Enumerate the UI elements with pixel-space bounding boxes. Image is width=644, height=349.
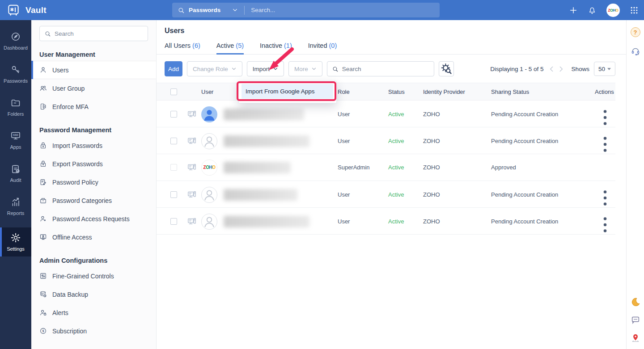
search-icon	[44, 30, 51, 37]
table-search[interactable]	[327, 61, 434, 76]
row-actions-menu-icon[interactable]	[595, 214, 615, 235]
row-actions-menu-icon[interactable]	[595, 188, 615, 208]
row-sharing-status: Pending Account Creation	[491, 191, 595, 198]
feedback-chat-icon[interactable]	[631, 315, 640, 325]
change-role-button[interactable]: Change Role	[187, 61, 242, 76]
global-search-bar[interactable]: Passwords	[172, 3, 440, 17]
table-row[interactable]: UserActiveZOHOPending Account Creation	[157, 127, 615, 154]
next-page-icon[interactable]	[557, 65, 565, 73]
tab-invited[interactable]: Invited (0)	[308, 42, 337, 54]
sidebar-item-user-group[interactable]: User Group	[31, 79, 156, 97]
row-checkbox-cell	[165, 218, 182, 225]
row-checkbox	[170, 164, 177, 171]
sidebar-item-password-access-requests[interactable]: Password Access Requests	[31, 210, 156, 228]
zoho-letter: O	[212, 165, 215, 170]
sidebar-item-import-passwords[interactable]: Import Passwords	[31, 136, 156, 155]
tab-inactive[interactable]: Inactive (1)	[260, 42, 292, 54]
main-content: Users All Users (6)Active (5)Inactive (1…	[157, 20, 626, 349]
sidebar-item-fine-grained-controls[interactable]: Fine-Grained Controls	[31, 267, 156, 285]
bell-icon[interactable]	[588, 6, 597, 15]
dropdown-item-import-from-google-apps[interactable]: Import From Google Apps	[242, 84, 333, 99]
table-row[interactable]: UserActiveZOHOPending Account Creation	[157, 101, 615, 127]
user-tabs: All Users (6)Active (5)Inactive (1)Invit…	[157, 42, 626, 55]
select-all-checkbox[interactable]	[170, 88, 177, 95]
row-actions-cell	[595, 208, 615, 235]
page-title: Users	[157, 20, 626, 35]
row-checkbox[interactable]	[170, 111, 177, 118]
enforce-mfa-icon	[39, 103, 47, 110]
tab-count: (1)	[284, 42, 292, 49]
rail-item-reports[interactable]: Reports	[0, 192, 31, 221]
help-icon[interactable]: ?	[631, 27, 640, 37]
sidebar-item-data-backup[interactable]: Data Backup	[31, 285, 156, 303]
header-cell-actions: Actions	[595, 88, 615, 95]
chevron-down-icon	[273, 66, 278, 71]
sidebar-item-offline-access[interactable]: Offline Access	[31, 228, 156, 246]
row-sharing-status: Pending Account Creation	[491, 111, 595, 118]
sidebar-item-label: Alerts	[52, 309, 68, 316]
plus-icon[interactable]	[569, 6, 578, 15]
row-sharing-status: Approved	[491, 164, 595, 171]
search-scope-selector[interactable]: Passwords	[189, 7, 238, 13]
sidebar-item-label: Password Access Requests	[52, 215, 130, 223]
sidebar-item-label: Import Passwords	[52, 142, 102, 149]
row-device-cell	[182, 190, 201, 200]
row-actions-menu-icon[interactable]	[595, 134, 615, 155]
column-settings-button[interactable]	[439, 61, 454, 76]
rail-item-label: Apps	[10, 144, 21, 150]
table-row[interactable]: UserActiveZOHOPending Account Creation	[157, 181, 615, 208]
sidebar-search-input[interactable]	[55, 30, 143, 37]
row-actions-menu-icon[interactable]	[595, 107, 615, 128]
sidebar-search[interactable]	[39, 26, 148, 41]
sidebar-item-label: Subscription	[52, 328, 87, 335]
account-avatar[interactable]: ZOHO	[606, 4, 620, 17]
add-button[interactable]: Add	[165, 61, 182, 76]
sidebar-section-admin-configurations: Admin ConfigurationsFine-Grained Control…	[31, 252, 156, 340]
table-row[interactable]: ZOHOSuperAdminActiveZOHOApproved	[157, 154, 615, 181]
rail-item-passwords[interactable]: Passwords	[0, 59, 31, 88]
import-button[interactable]: Import	[247, 61, 284, 76]
tab-all-users[interactable]: All Users (6)	[165, 42, 200, 54]
rail-item-label: Settings	[7, 246, 25, 252]
row-identity-provider: ZOHO	[423, 111, 491, 118]
row-user-cell	[201, 133, 338, 149]
gear-search-icon	[439, 62, 453, 76]
more-button[interactable]: More	[288, 61, 322, 76]
rail-item-audit[interactable]: Audit	[0, 159, 31, 188]
row-checkbox[interactable]	[170, 138, 177, 144]
dashboard-icon	[10, 31, 21, 42]
page-size-value: 50	[598, 66, 605, 72]
sidebar-item-subscription[interactable]: $Subscription	[31, 322, 156, 340]
sidebar-item-alerts[interactable]: Alerts	[31, 303, 156, 322]
row-status: Active	[388, 164, 423, 171]
support-headset-icon[interactable]	[631, 46, 640, 56]
sidebar-item-label: Enforce MFA	[52, 103, 89, 110]
rail-item-folders[interactable]: Folders	[0, 93, 31, 122]
night-mode-icon[interactable]	[631, 297, 640, 307]
sidebar-item-password-categories[interactable]: Password Categories	[31, 191, 156, 210]
rail-item-apps[interactable]: SSOApps	[0, 126, 31, 155]
apps-grid-icon[interactable]	[630, 6, 639, 15]
row-checkbox[interactable]	[170, 191, 177, 198]
tab-active[interactable]: Active (5)	[216, 42, 244, 54]
desktop-icon	[187, 136, 197, 146]
svg-text:$: $	[42, 329, 44, 333]
rail-item-dashboard[interactable]: Dashboard	[0, 26, 31, 55]
sidebar-item-users[interactable]: Users	[31, 61, 156, 79]
pagination: Displaying 1 - 5 of 5 Shows 50	[490, 62, 615, 76]
user-avatar	[201, 187, 217, 203]
location-pin-icon[interactable]	[631, 333, 640, 343]
prev-page-icon[interactable]	[548, 65, 555, 73]
table-search-input[interactable]	[342, 66, 429, 72]
tab-label: Inactive	[260, 42, 284, 49]
page-size-select[interactable]: 50	[594, 62, 615, 76]
row-status: Active	[388, 111, 423, 118]
user-avatar: ZOHO	[201, 160, 217, 176]
sidebar-item-password-policy[interactable]: Password Policy	[31, 173, 156, 191]
sidebar-item-export-passwords[interactable]: Export Passwords	[31, 155, 156, 173]
table-row[interactable]: UserActiveZOHOPending Account Creation	[157, 208, 615, 235]
sidebar-item-enforce-mfa[interactable]: Enforce MFA	[31, 97, 156, 116]
row-checkbox[interactable]	[170, 218, 177, 225]
global-search-input[interactable]	[251, 7, 434, 13]
rail-item-settings[interactable]: Settings	[0, 227, 31, 256]
